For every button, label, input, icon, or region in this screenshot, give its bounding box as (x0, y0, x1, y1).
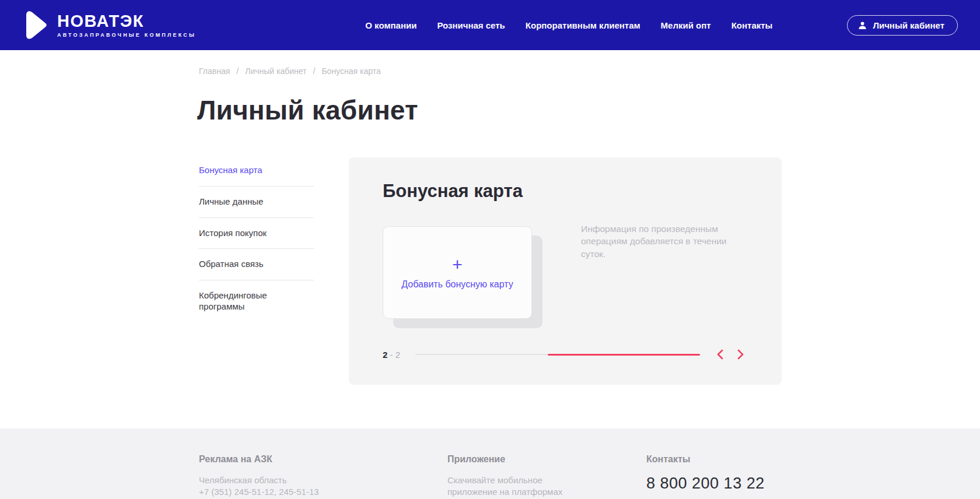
footer-column-title: Реклама на АЗК (199, 454, 319, 465)
logo-text: НОВАТЭК АВТОЗАПРАВОЧНЫЕ КОМПЛЕКСЫ (57, 13, 196, 38)
pagination-counter: 2 - 2 (383, 350, 415, 360)
novatek-logo-icon (22, 9, 48, 41)
nav-item-retail[interactable]: Розничная сеть (437, 20, 505, 30)
breadcrumb-account[interactable]: Личный кабинет (245, 66, 306, 76)
page-title: Личный кабинет (197, 94, 418, 126)
footer-hotline-phone[interactable]: 8 800 200 13 22 (646, 475, 765, 493)
sidebar-item-purchase-history[interactable]: История покупок (199, 218, 314, 250)
breadcrumb-home[interactable]: Главная (199, 66, 230, 76)
pagination-total: 2 (396, 350, 400, 360)
breadcrumb-current: Бонусная карта (321, 66, 380, 76)
user-icon (858, 21, 867, 30)
next-slide-button[interactable] (733, 347, 748, 361)
breadcrumb: Главная / Личный кабинет / Бонусная карт… (199, 66, 381, 76)
footer-column-title: Контакты (646, 454, 765, 465)
logo-title: НОВАТЭК (57, 13, 196, 30)
operations-info-text: Информация по произведенным операциям до… (581, 223, 728, 260)
header: НОВАТЭК АВТОЗАПРАВОЧНЫЕ КОМПЛЕКСЫ О комп… (0, 0, 980, 50)
breadcrumb-separator: / (236, 66, 239, 76)
progress-fill (548, 354, 700, 356)
footer-column-title: Приложение (447, 454, 562, 465)
footer-column-advertising: Реклама на АЗК Челябинская область +7 (3… (199, 454, 319, 498)
nav-item-contacts[interactable]: Контакты (732, 20, 773, 30)
breadcrumb-separator: / (313, 66, 316, 76)
main-content: Главная / Личный кабинет / Бонусная карт… (0, 50, 980, 428)
sidebar-item-bonus-card[interactable]: Бонусная карта (199, 165, 314, 187)
footer-app-text-line1: Скачивайте мобильное (447, 475, 562, 486)
add-bonus-card-label: Добавить бонусную карту (401, 279, 513, 290)
panel-title: Бонусная карта (383, 181, 523, 202)
footer: Реклама на АЗК Челябинская область +7 (3… (0, 428, 980, 499)
logo[interactable]: НОВАТЭК АВТОЗАПРАВОЧНЫЕ КОМПЛЕКСЫ (22, 9, 196, 41)
account-button[interactable]: Личный кабинет (847, 15, 958, 36)
sidebar-item-personal-data[interactable]: Личные данные (199, 187, 314, 218)
pagination-progress-bar (415, 354, 700, 356)
prev-slide-button[interactable] (713, 347, 728, 361)
sidebar-item-feedback[interactable]: Обратная связь (199, 249, 314, 280)
nav-item-wholesale[interactable]: Мелкий опт (661, 20, 711, 30)
pagination-separator: - (390, 350, 393, 360)
footer-region-phone: +7 (351) 245-51-12, 245-51-13 (199, 486, 319, 498)
account-button-label: Личный кабинет (873, 20, 944, 30)
footer-app-text-line2: приложение на платформах (447, 486, 562, 498)
logo-subtitle: АВТОЗАПРАВОЧНЫЕ КОМПЛЕКСЫ (57, 32, 196, 38)
bonus-card-panel: Бонусная карта + Добавить бонусную карту… (349, 157, 782, 385)
progress-track (415, 354, 548, 355)
footer-column-contacts: Контакты 8 800 200 13 22 (646, 454, 765, 493)
plus-icon: + (452, 256, 463, 273)
footer-region-text: Челябинская область (199, 475, 319, 486)
main-nav: О компании Розничная сеть Корпоративным … (365, 20, 772, 30)
sidebar: Бонусная карта Личные данные История пок… (199, 165, 314, 322)
card-slider: + Добавить бонусную карту (383, 226, 532, 319)
sidebar-item-cobranding[interactable]: Кобрендинговые программы (199, 280, 314, 322)
page: НОВАТЭК АВТОЗАПРАВОЧНЫЕ КОМПЛЕКСЫ О комп… (0, 0, 980, 499)
slider-pagination: 2 - 2 (383, 348, 748, 361)
chevron-right-icon (736, 349, 744, 360)
chevron-left-icon (716, 349, 724, 360)
pagination-current: 2 (383, 350, 387, 360)
add-bonus-card-button[interactable]: + Добавить бонусную карту (383, 226, 532, 319)
nav-item-about[interactable]: О компании (365, 20, 416, 30)
nav-item-corporate[interactable]: Корпоративным клиентам (526, 20, 640, 30)
footer-column-app: Приложение Скачивайте мобильное приложен… (447, 454, 562, 498)
